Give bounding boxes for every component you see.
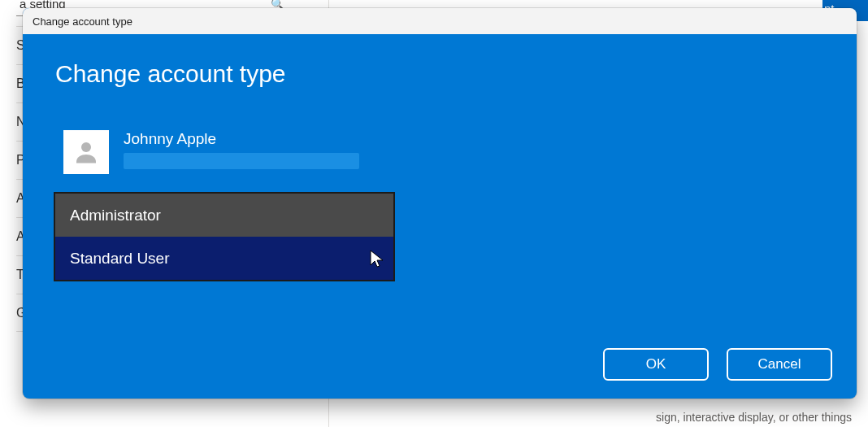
change-account-type-dialog: Change account type Change account type … xyxy=(23,8,857,399)
cancel-button[interactable]: Cancel xyxy=(727,348,832,381)
dialog-buttons: OK Cancel xyxy=(603,348,832,381)
dialog-body: Change account type Johnny Apple Adminis… xyxy=(23,34,857,399)
account-text: Johnny Apple xyxy=(124,130,359,169)
account-email-redacted xyxy=(124,153,359,169)
button-label: OK xyxy=(646,356,666,373)
account-type-dropdown[interactable]: Administrator Standard User xyxy=(54,192,395,281)
cursor-icon xyxy=(369,249,385,268)
button-label: Cancel xyxy=(758,356,801,373)
account-name: Johnny Apple xyxy=(124,130,359,148)
person-icon xyxy=(72,137,101,167)
ok-button[interactable]: OK xyxy=(603,348,709,381)
account-info: Johnny Apple xyxy=(63,130,359,174)
dialog-titlebar: Change account type xyxy=(23,8,857,34)
svg-point-0 xyxy=(81,142,91,152)
dialog-heading: Change account type xyxy=(55,60,286,88)
dropdown-option-administrator[interactable]: Administrator xyxy=(55,194,393,237)
option-label: Standard User xyxy=(70,250,170,268)
dialog-title: Change account type xyxy=(33,15,132,28)
dropdown-option-standard-user[interactable]: Standard User xyxy=(55,237,393,280)
option-label: Administrator xyxy=(70,207,161,224)
settings-caption: sign, interactive display, or other thin… xyxy=(656,411,852,424)
avatar xyxy=(63,130,109,174)
